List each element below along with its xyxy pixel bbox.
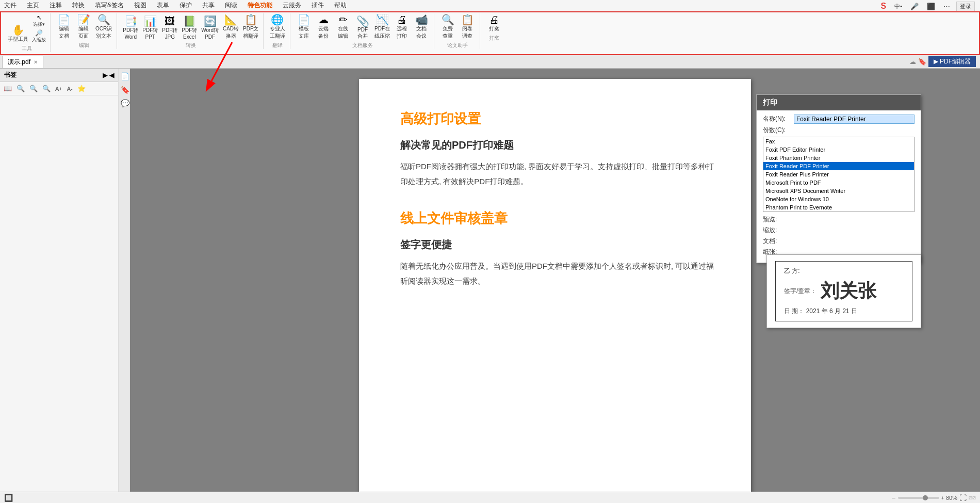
ribbon-group-edit: 📄 编辑文档 📝 编辑页面 🔍 OCR识别文本 编辑	[52, 13, 117, 49]
word-to-pdf-button[interactable]: 🔄 Word转PDF	[200, 15, 220, 41]
menu-bar: 文件 主页 注释 转换 填写&签名 视图 表单 保护 共享 阅读 特色功能 云服…	[0, 0, 980, 11]
print-panel: 打印 名称(N): 份数(C): Fax Foxit PDF Editor	[756, 94, 921, 263]
print-button[interactable]: 🖨 打窝	[485, 13, 503, 34]
pdf-compress-button[interactable]: 📉 PDF在线压缩	[373, 13, 391, 41]
printer-foxit-reader[interactable]: Foxit Reader PDF Printer	[763, 162, 914, 170]
mic-icon[interactable]: 🎤	[908, 2, 921, 11]
zoom-value: + 80%	[941, 495, 958, 501]
sidebar-toolbar: 📖 🔍 🔍 🔍 A+ A- ⭐	[0, 82, 118, 95]
survey-button[interactable]: 📋 阅卷调查	[458, 13, 477, 41]
menu-item-home[interactable]: 主页	[25, 0, 41, 11]
edit-page-button[interactable]: 📝 编辑页面	[74, 13, 93, 41]
pdf-translate-button[interactable]: 📋 PDF文档翻译	[241, 13, 260, 41]
print-panel-body: 名称(N): 份数(C): Fax Foxit PDF Editor Print…	[757, 110, 921, 263]
zoom-button[interactable]: 🔎 入缩放	[31, 29, 47, 44]
menu-item-form[interactable]: 表单	[155, 0, 171, 11]
menu-item-annotation[interactable]: 注释	[47, 0, 64, 11]
word-to-pdf-icon: 🔄	[204, 16, 217, 26]
cloud-backup-button[interactable]: ☁ 云端备份	[314, 13, 333, 41]
ocr-button[interactable]: 🔍 OCR识别文本	[94, 13, 113, 41]
template-library-button[interactable]: 📄 模板文库	[295, 13, 313, 41]
cad-button[interactable]: 📐 CAD转换器	[221, 13, 240, 41]
sidebar-btn-page[interactable]: 📖	[2, 84, 13, 93]
pdf-to-word-button[interactable]: 📑 PDF转Word	[121, 15, 140, 41]
menu-item-cloud[interactable]: 云服务	[281, 0, 303, 11]
tools-group-label: 工具	[22, 45, 32, 52]
lang-icon[interactable]: 中•	[892, 2, 904, 11]
zoom-minus[interactable]: −	[891, 494, 895, 502]
ribbon-print-items: 🖨 打窝	[485, 13, 503, 34]
translation-group-label: 翻译	[272, 42, 283, 49]
section1-title: 高级打印设置	[400, 110, 720, 128]
printer-foxit-plus[interactable]: Foxit Reader Plus Printer	[763, 170, 914, 179]
ocr-label: OCR识别文本	[95, 25, 112, 40]
menu-item-special[interactable]: 特色功能	[246, 0, 274, 11]
ribbon-tools-items: ✋ 手型工具 ↖ 选择▾ 🔎 入缩放	[6, 13, 47, 44]
menu-item-share[interactable]: 共享	[200, 0, 217, 11]
ocr-icon: 🔍	[97, 14, 110, 25]
section1-subtitle: 解决常见的PDF打印难题	[400, 138, 720, 152]
screen-icon[interactable]: ⬛	[925, 2, 937, 11]
cad-icon: 📐	[224, 14, 237, 25]
menu-item-plugin[interactable]: 插件	[309, 0, 326, 11]
left-icon-page[interactable]: 📄	[119, 71, 129, 82]
printer-ms-xps[interactable]: Microsoft XPS Document Writer	[763, 187, 914, 195]
template-icon: 📄	[298, 14, 311, 25]
signature-box: 乙 方: 签字/盖章： 刘关张 日 期： 2021 年 6 月 21 日	[775, 261, 912, 321]
menu-item-sign[interactable]: 填写&签名	[93, 0, 126, 11]
remote-print-button[interactable]: 🖨 远程打印	[393, 13, 411, 41]
sidebar-btn-font-up[interactable]: A+	[54, 85, 64, 93]
printer-fax[interactable]: Fax	[763, 137, 914, 145]
menu-item-read[interactable]: 阅读	[223, 0, 239, 11]
print-label-preview: 预览:	[763, 215, 794, 224]
menu-item-protect[interactable]: 保护	[177, 0, 194, 11]
sidebar-btn-search2[interactable]: 🔍	[28, 84, 39, 93]
printer-foxit-phantom[interactable]: Foxit Phantom Printer	[763, 154, 914, 162]
printer-onenote[interactable]: OneNote for Windows 10	[763, 195, 914, 203]
hand-tool-button[interactable]: ✋ 手型工具	[6, 24, 30, 44]
printer-phantom-evernote[interactable]: Phantom Print to Evernote	[763, 203, 914, 212]
pdf-to-excel-button[interactable]: 📗 PDF转Excel	[180, 15, 199, 41]
doc-meeting-button[interactable]: 📹 文档会议	[412, 13, 431, 41]
sidebar-collapse-icon[interactable]: ◀	[109, 72, 114, 79]
doc-tab-demo[interactable]: 演示.pdf ✕	[2, 56, 43, 68]
check-dup-label: 免费查重	[443, 25, 453, 40]
print-extra-rows: 预览: 缩放: 文档: 纸张:	[763, 215, 914, 256]
edit-doc-button[interactable]: 📄 编辑文档	[55, 13, 73, 41]
print-name-input[interactable]	[794, 115, 914, 124]
select-button[interactable]: ↖ 选择▾	[31, 13, 47, 28]
online-edit-button[interactable]: ✏ 在线编辑	[334, 13, 352, 41]
doc-tab-close[interactable]: ✕	[34, 59, 38, 65]
sidebar-expand-icon[interactable]: ▶	[103, 72, 107, 79]
fullscreen-icon[interactable]: ⛶	[959, 494, 967, 502]
pdf-editor-button[interactable]: ▶ PDF编辑器	[928, 56, 976, 67]
printer-ms-pdf[interactable]: Microsoft Print to PDF	[763, 179, 914, 187]
sidebar-btn-zoom1[interactable]: 🔍	[41, 84, 52, 93]
pro-translate-button[interactable]: 🌐 专业人工翻译	[268, 13, 287, 41]
more-icon[interactable]: ⋯	[941, 2, 952, 11]
login-button[interactable]: 登录	[956, 2, 975, 11]
menu-item-convert[interactable]: 转换	[70, 0, 87, 11]
pdf-compress-label: PDF在线压缩	[374, 25, 390, 40]
zoom-track[interactable]	[898, 497, 939, 499]
left-icon-comment[interactable]: 💬	[119, 98, 129, 109]
pdf-to-ppt-button[interactable]: 📊 PDF转PPT	[141, 15, 159, 41]
edit-group-label: 编辑	[79, 42, 89, 49]
check-duplicate-button[interactable]: 🔍 免费查重	[438, 13, 457, 41]
sidebar-btn-search1[interactable]: 🔍	[15, 84, 26, 93]
printer-foxit-editor[interactable]: Foxit PDF Editor Printer	[763, 145, 914, 154]
printer-list: Fax Foxit PDF Editor Printer Foxit Phant…	[763, 137, 914, 212]
print-row-copies: 份数(C):	[763, 126, 914, 135]
section1: 高级打印设置 解决常见的PDF打印难题 福昕PDF阅读器拥有强大的打印功能, 界…	[400, 110, 720, 189]
menu-item-view[interactable]: 视图	[132, 0, 149, 11]
page-icon: 🔲	[4, 494, 13, 502]
sidebar-btn-star[interactable]: ⭐	[76, 84, 87, 93]
menu-item-file[interactable]: 文件	[2, 0, 19, 11]
pdf-to-jpg-button[interactable]: 🖼 PDF转JPG	[160, 15, 179, 41]
signature-row: 签字/盖章： 刘关张	[784, 279, 904, 304]
pdf-merge-button[interactable]: 📎 PDF合并	[353, 15, 372, 41]
left-icon-bookmark[interactable]: 🔖	[119, 84, 129, 95]
menu-item-help[interactable]: 帮助	[332, 0, 349, 11]
sidebar-btn-font-down[interactable]: A-	[66, 85, 74, 93]
app: 文件 主页 注释 转换 填写&签名 视图 表单 保护 共享 阅读 特色功能 云服…	[0, 0, 980, 503]
